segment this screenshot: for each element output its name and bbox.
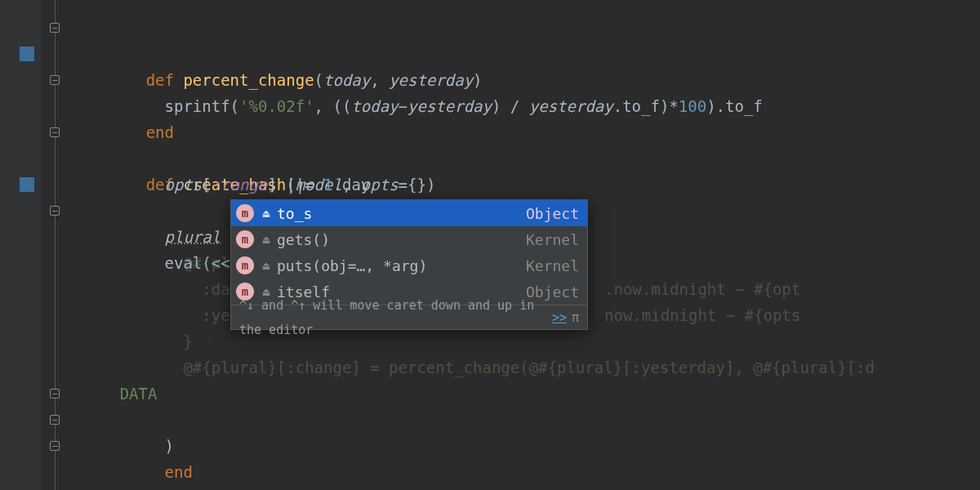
- breakpoint-marker[interactable]: [20, 177, 34, 192]
- method-icon: m: [236, 204, 254, 222]
- code-editor[interactable]: def percent_change(today, yesterday) spr…: [0, 0, 980, 490]
- fold-open-icon[interactable]: [50, 206, 60, 216]
- pi-icon: π: [572, 305, 579, 330]
- autocomplete-item[interactable]: m ⏏ puts(obj=…, *arg) Kernel: [231, 252, 587, 278]
- fold-close-icon[interactable]: [50, 389, 60, 399]
- code-line[interactable]: def percent_change(today, yesterday): [0, 15, 980, 41]
- completion-source: Kernel: [526, 257, 579, 274]
- code-line[interactable]: end: [0, 433, 980, 459]
- code-line[interactable]: end: [0, 407, 980, 433]
- method-icon: m: [236, 230, 254, 248]
- fold-open-icon[interactable]: [50, 23, 60, 33]
- completion-source: Object: [526, 205, 579, 222]
- breakpoint-marker[interactable]: [20, 47, 34, 61]
- hint-text: ^↓ and ^↑ will move caret down and up in…: [239, 293, 547, 342]
- code-line[interactable]: sprintf('%0.02f', ((today−yesterday) / y…: [0, 41, 980, 67]
- code-line[interactable]: def create_hash(model, opts={}): [0, 119, 980, 145]
- code-line-blank[interactable]: [0, 93, 980, 119]
- autocomplete-hint: ^↓ and ^↑ will move caret down and up in…: [231, 305, 587, 329]
- fold-close-icon[interactable]: [50, 415, 60, 425]
- autocomplete-item[interactable]: m ⏏ to_s Object: [231, 200, 587, 226]
- code-line[interactable]: DATA: [0, 354, 980, 381]
- hint-link[interactable]: >>: [552, 305, 567, 330]
- fold-close-icon[interactable]: [50, 441, 60, 451]
- code-line[interactable]: ): [0, 381, 980, 407]
- completion-source: Kernel: [526, 231, 579, 248]
- lock-icon: ⏏: [261, 233, 272, 246]
- fold-open-icon[interactable]: [50, 127, 60, 137]
- completion-label: puts(obj=…, *arg): [277, 257, 526, 274]
- completion-label: gets(): [277, 231, 526, 248]
- completion-label: to_s: [277, 205, 526, 222]
- code-line-active[interactable]: plural = model.ts: [0, 172, 980, 198]
- fold-close-icon[interactable]: [50, 75, 60, 85]
- lock-icon: ⏏: [261, 207, 272, 220]
- method-icon: m: [236, 256, 254, 274]
- lock-icon: ⏏: [261, 259, 272, 272]
- code-line[interactable]: end: [0, 67, 980, 93]
- autocomplete-popup[interactable]: m ⏏ to_s Object m ⏏ gets() Kernel m ⏏ pu…: [230, 199, 588, 330]
- autocomplete-item[interactable]: m ⏏ gets() Kernel: [231, 226, 587, 252]
- code-line[interactable]: opts[:range] ||= 1.day: [0, 145, 980, 172]
